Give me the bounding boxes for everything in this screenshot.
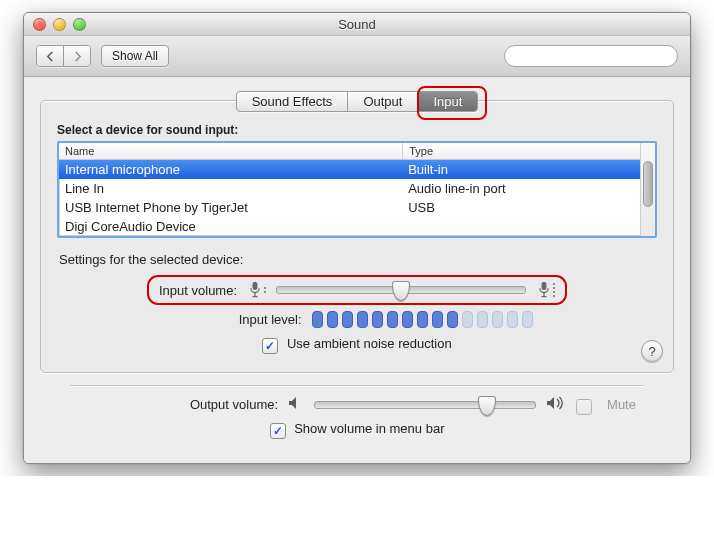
speaker-loud-icon: [546, 396, 566, 413]
device-select-heading: Select a device for sound input:: [57, 123, 657, 137]
minimize-window-button[interactable]: [53, 18, 66, 31]
highlight-input-volume: Input volume:: [147, 275, 567, 305]
device-name: USB Internet Phone by TigerJet: [59, 198, 402, 217]
level-segment: [342, 311, 353, 328]
device-type: Built-in: [402, 160, 640, 179]
tabs: Sound Effects Output Input: [236, 91, 479, 112]
device-type: Audio line-in port: [402, 179, 640, 198]
input-pane: Select a device for sound input: Name Ty…: [40, 100, 674, 373]
ambient-noise-checkbox[interactable]: ✓: [262, 338, 278, 354]
tab-sound-effects[interactable]: Sound Effects: [237, 92, 349, 111]
chevron-left-icon: [46, 51, 55, 62]
separator: [70, 385, 644, 386]
ambient-noise-label: Use ambient noise reduction: [287, 336, 452, 351]
show-volume-menubar-checkbox[interactable]: ✓: [270, 423, 286, 439]
slider-thumb[interactable]: [478, 396, 496, 416]
output-volume-label: Output volume:: [78, 397, 278, 412]
device-name: Digi CoreAudio Device: [59, 217, 402, 236]
window-title: Sound: [24, 17, 690, 32]
scrollbar-thumb[interactable]: [643, 161, 653, 207]
search-input[interactable]: [517, 48, 671, 64]
tab-input[interactable]: Input: [418, 92, 477, 111]
level-segment: [432, 311, 443, 328]
level-segment: [507, 311, 518, 328]
input-level-label: Input level:: [132, 312, 302, 327]
column-name[interactable]: Name: [59, 143, 403, 159]
device-row[interactable]: USB Internet Phone by TigerJetUSB: [59, 198, 640, 217]
svg-rect-2: [253, 282, 258, 290]
mute-label: Mute: [607, 397, 636, 412]
mute-checkbox: ✓: [576, 399, 592, 415]
forward-button[interactable]: [64, 46, 90, 66]
sound-preferences-window: Sound Show All Sound Effects Output Inpu…: [23, 12, 691, 464]
device-name: Line In: [59, 179, 402, 198]
input-volume-label: Input volume:: [159, 283, 237, 298]
device-table-header: Name Type: [59, 143, 640, 160]
level-segment: [522, 311, 533, 328]
device-row[interactable]: Internal microphoneBuilt-in: [59, 160, 640, 179]
help-button[interactable]: ?: [641, 340, 663, 362]
window-controls: [24, 18, 86, 31]
titlebar: Sound: [24, 13, 690, 36]
device-type: USB: [402, 198, 640, 217]
tab-output[interactable]: Output: [348, 92, 418, 111]
close-window-button[interactable]: [33, 18, 46, 31]
level-segment: [447, 311, 458, 328]
microphone-quiet-icon: [247, 280, 266, 300]
level-segment: [402, 311, 413, 328]
level-segment: [327, 311, 338, 328]
device-type: [402, 217, 640, 236]
output-volume-slider[interactable]: [314, 401, 536, 409]
level-segment: [387, 311, 398, 328]
level-segment: [477, 311, 488, 328]
show-volume-menubar-label: Show volume in menu bar: [294, 421, 444, 436]
level-segment: [357, 311, 368, 328]
device-row[interactable]: Digi CoreAudio Device: [59, 217, 640, 236]
search-field[interactable]: [504, 45, 678, 67]
device-name: Internal microphone: [59, 160, 402, 179]
input-level-meter: [312, 311, 533, 328]
scrollbar[interactable]: [640, 143, 655, 236]
input-volume-slider[interactable]: [276, 286, 526, 294]
column-type[interactable]: Type: [403, 143, 640, 159]
level-segment: [372, 311, 383, 328]
toolbar: Show All: [24, 36, 690, 77]
back-button[interactable]: [37, 46, 64, 66]
level-segment: [492, 311, 503, 328]
device-table: Name Type Internal microphoneBuilt-inLin…: [57, 141, 657, 238]
slider-thumb[interactable]: [392, 281, 410, 301]
settings-heading: Settings for the selected device:: [59, 252, 657, 267]
device-row[interactable]: Line InAudio line-in port: [59, 179, 640, 198]
show-all-button[interactable]: Show All: [101, 45, 169, 67]
level-segment: [462, 311, 473, 328]
chevron-right-icon: [73, 51, 82, 62]
microphone-loud-icon: [536, 280, 555, 300]
zoom-window-button[interactable]: [73, 18, 86, 31]
level-segment: [417, 311, 428, 328]
speaker-quiet-icon: [288, 396, 304, 413]
level-segment: [312, 311, 323, 328]
svg-rect-5: [542, 282, 547, 290]
nav-back-forward: [36, 45, 91, 67]
